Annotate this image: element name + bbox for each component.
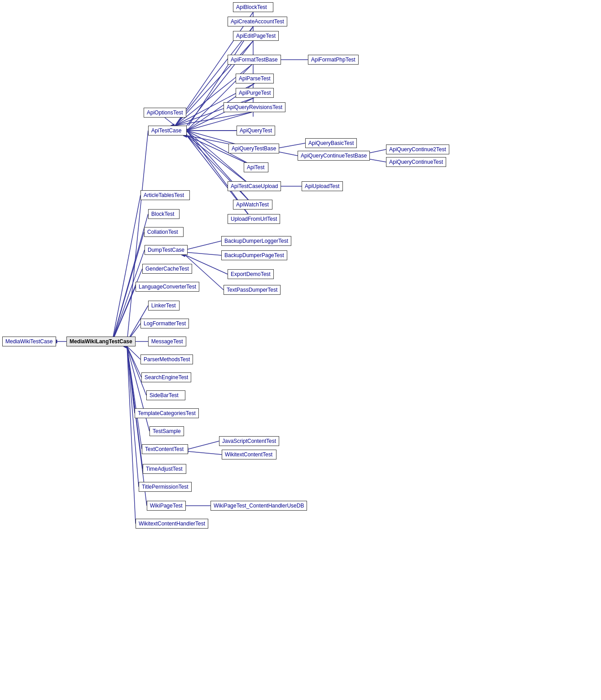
node-articletablestest[interactable]: ArticleTablesTest xyxy=(140,190,190,200)
node-backupdumperloggertest[interactable]: BackupDumperLoggerTest xyxy=(221,236,291,246)
node-apiquerybasictest[interactable]: ApiQueryBasicTest xyxy=(305,138,357,148)
node-backupdumperpagetest[interactable]: BackupDumperPageTest xyxy=(221,250,287,260)
node-wikitextcontenttest[interactable]: WikitextContentTest xyxy=(222,450,276,459)
node-wikipagetest-contenthandlerusedb[interactable]: WikiPageTest_ContentHandlerUseDB xyxy=(211,501,307,511)
node-testsample[interactable]: TestSample xyxy=(149,426,184,436)
svg-line-95 xyxy=(175,112,252,126)
svg-line-15 xyxy=(276,143,305,149)
node-apitestcaseupload[interactable]: ApiTestCaseUpload xyxy=(228,181,281,191)
edges-svg xyxy=(0,0,601,700)
node-apiqueryrevisionstest[interactable]: ApiQueryRevisionsTest xyxy=(224,102,285,112)
node-apiquerycontinuetest[interactable]: ApiQueryContinueTest xyxy=(386,157,446,167)
node-messagetest[interactable]: MessageTest xyxy=(148,337,186,346)
svg-line-71 xyxy=(127,346,136,524)
node-mediawikilangtestcase[interactable]: MediaWikiLangTestCase xyxy=(66,337,136,346)
svg-line-63 xyxy=(127,346,142,449)
svg-line-45 xyxy=(112,287,136,341)
node-apiquerytest[interactable]: ApiQueryTest xyxy=(237,126,275,136)
node-sidebartest[interactable]: SideBarTest xyxy=(146,390,185,400)
node-apiquerycontinue2test[interactable]: ApiQueryContinue2Test xyxy=(386,144,449,154)
node-searchenginetest[interactable]: SearchEngineTest xyxy=(141,372,191,382)
node-apicreateaccounttest[interactable]: ApiCreateAccountTest xyxy=(228,17,287,26)
node-apieditpagetest[interactable]: ApiEditPageTest xyxy=(233,31,279,41)
svg-line-85 xyxy=(188,451,222,455)
node-apipurgetest[interactable]: ApiPurgeTest xyxy=(236,88,274,98)
node-titlepermissiontest[interactable]: TitlePermissionTest xyxy=(139,482,192,492)
svg-line-25 xyxy=(187,136,252,186)
node-templatecategoriestest[interactable]: TemplateCategoriesTest xyxy=(135,408,199,418)
node-apitest[interactable]: ApiTest xyxy=(244,162,268,172)
node-mediawikitestcase[interactable]: MediaWikiTestCase xyxy=(2,337,56,346)
svg-line-75 xyxy=(185,241,221,250)
node-blocktest[interactable]: BlockTest xyxy=(148,209,180,219)
node-apitestcase[interactable]: ApiTestCase xyxy=(148,126,187,136)
svg-line-53 xyxy=(127,346,140,359)
node-collationtest[interactable]: CollationTest xyxy=(144,227,184,237)
svg-line-41 xyxy=(112,250,145,341)
node-textpassdumpertest[interactable]: TextPassDumperTest xyxy=(224,285,281,295)
node-timeadjusttest[interactable]: TimeAdjustTest xyxy=(143,464,186,474)
node-apiformattestbase[interactable]: ApiFormatTestBase xyxy=(228,55,281,65)
svg-line-43 xyxy=(112,269,142,341)
node-languageconvertertest[interactable]: LanguageConverterTest xyxy=(136,282,199,292)
diagram-container: ApiBlockTestApiCreateAccountTestApiEditP… xyxy=(0,0,601,700)
node-apiformatphptest[interactable]: ApiFormatPhpTest xyxy=(308,55,359,65)
svg-line-83 xyxy=(188,441,219,449)
node-linkertest[interactable]: LinkerTest xyxy=(148,301,180,311)
node-apiuploadtest[interactable]: ApiUploadTest xyxy=(302,181,343,191)
svg-line-65 xyxy=(127,346,143,469)
node-apiquerycontinuetestbase[interactable]: ApiQueryContinueTestBase xyxy=(298,151,370,161)
node-logformattertest[interactable]: LogFormatterTest xyxy=(140,319,189,328)
node-apiquerytestbase[interactable]: ApiQueryTestBase xyxy=(228,144,279,153)
node-apiblocktest[interactable]: ApiBlockTest xyxy=(233,2,273,12)
node-parsermethodstest[interactable]: ParserMethodsTest xyxy=(140,354,193,364)
node-wikipagetest[interactable]: WikiPageTest xyxy=(147,501,186,511)
svg-line-59 xyxy=(127,346,135,413)
node-textcontenttest[interactable]: TextContentTest xyxy=(142,444,188,454)
node-javascriptcontenttest[interactable]: JavaScriptContentTest xyxy=(219,436,279,446)
svg-line-35 xyxy=(112,195,140,341)
node-exportdemotest[interactable]: ExportDemoTest xyxy=(228,269,274,279)
node-wikitextcontenthandlertest[interactable]: WikitextContentHandlerTest xyxy=(136,519,208,529)
svg-line-57 xyxy=(127,346,146,395)
node-apiparsetest[interactable]: ApiParseTest xyxy=(236,74,274,83)
svg-line-8 xyxy=(165,118,175,126)
node-dumptestcase[interactable]: DumpTestCase xyxy=(145,245,188,255)
node-gendercachetest[interactable]: GenderCacheTest xyxy=(142,264,192,274)
node-uploadfromurltest[interactable]: UploadFromUrlTest xyxy=(228,214,280,224)
svg-line-77 xyxy=(185,252,221,255)
node-apiwatchtest[interactable]: ApiWatchTest xyxy=(233,200,272,210)
svg-line-100 xyxy=(187,131,253,205)
svg-line-55 xyxy=(127,346,141,377)
node-apioptionstest[interactable]: ApiOptionsTest xyxy=(144,108,186,118)
svg-line-99 xyxy=(187,131,252,186)
